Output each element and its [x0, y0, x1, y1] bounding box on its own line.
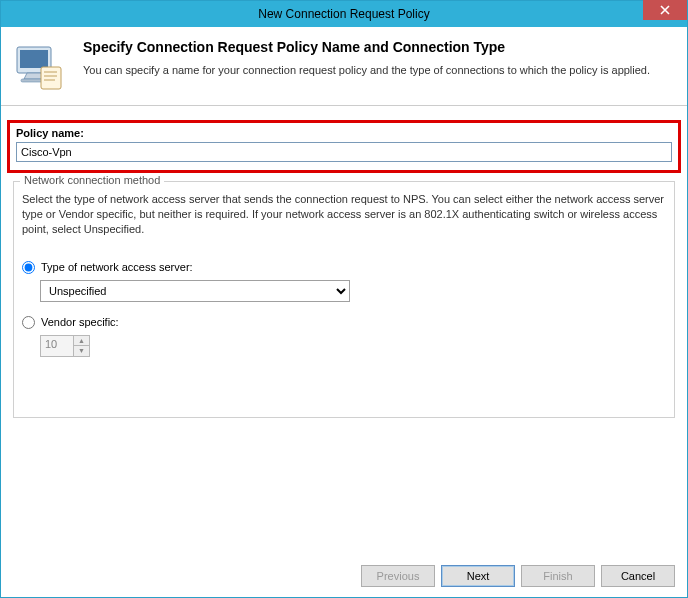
titlebar: New Connection Request Policy — [1, 1, 687, 27]
vendor-radio[interactable] — [22, 316, 35, 329]
svg-rect-3 — [41, 67, 61, 89]
divider — [1, 105, 687, 106]
type-radio-row[interactable]: Type of network access server: — [22, 261, 666, 274]
button-bar: Previous Next Finish Cancel — [361, 565, 675, 587]
cancel-button[interactable]: Cancel — [601, 565, 675, 587]
policy-name-section: Policy name: — [7, 120, 681, 173]
wizard-window: New Connection Request Policy Specif — [0, 0, 688, 598]
page-subtitle: You can specify a name for your connecti… — [83, 63, 650, 78]
policy-name-input[interactable] — [16, 142, 672, 162]
previous-button: Previous — [361, 565, 435, 587]
page-title: Specify Connection Request Policy Name a… — [83, 39, 650, 55]
close-button[interactable] — [643, 0, 687, 20]
network-method-fieldset: Network connection method Select the typ… — [13, 181, 675, 418]
svg-rect-1 — [20, 50, 48, 68]
vendor-radio-label: Vendor specific: — [41, 316, 119, 328]
vendor-spinner-value: 10 — [41, 336, 73, 356]
vendor-spinner-buttons: ▲ ▼ — [73, 336, 89, 356]
network-method-description: Select the type of network access server… — [22, 192, 666, 237]
policy-name-label: Policy name: — [16, 127, 672, 139]
wizard-content: Specify Connection Request Policy Name a… — [1, 27, 687, 418]
header: Specify Connection Request Policy Name a… — [1, 27, 687, 105]
vendor-radio-row[interactable]: Vendor specific: — [22, 316, 666, 329]
close-icon — [660, 5, 670, 15]
header-text: Specify Connection Request Policy Name a… — [83, 39, 650, 93]
finish-button: Finish — [521, 565, 595, 587]
spinner-up-icon: ▲ — [74, 336, 89, 347]
type-radio-label: Type of network access server: — [41, 261, 193, 273]
policy-icon — [11, 39, 65, 93]
vendor-spinner-wrap: 10 ▲ ▼ — [40, 335, 666, 357]
type-radio[interactable] — [22, 261, 35, 274]
window-title: New Connection Request Policy — [258, 7, 429, 21]
type-select[interactable]: Unspecified — [40, 280, 350, 302]
next-button[interactable]: Next — [441, 565, 515, 587]
network-method-legend: Network connection method — [20, 174, 164, 186]
spinner-down-icon: ▼ — [74, 346, 89, 356]
vendor-spinner: 10 ▲ ▼ — [40, 335, 90, 357]
